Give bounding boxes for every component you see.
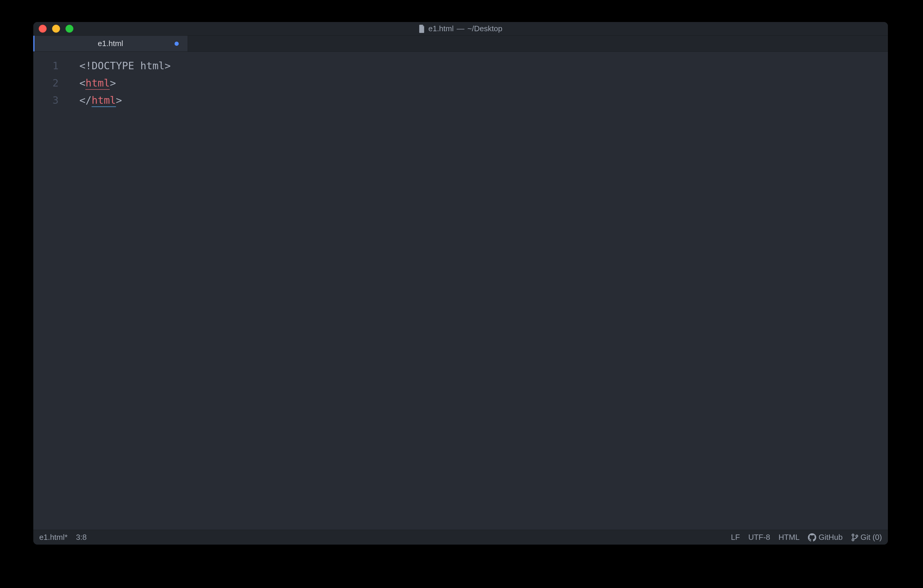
titlebar: e1.html — ~/Desktop: [33, 22, 888, 36]
status-git-label: Git (0): [861, 533, 882, 542]
document-icon: [419, 25, 425, 33]
status-filename[interactable]: e1.html*: [39, 533, 67, 542]
code-token: html: [92, 94, 116, 107]
window-controls: [33, 25, 74, 33]
svg-point-0: [852, 534, 854, 536]
code-line[interactable]: </html>: [79, 92, 888, 109]
code-token: html: [85, 77, 110, 90]
code-token: <: [79, 77, 85, 89]
close-window-button[interactable]: [39, 25, 47, 33]
line-number: 3: [33, 92, 59, 109]
status-encoding[interactable]: UTF-8: [748, 533, 770, 542]
svg-point-2: [856, 535, 858, 537]
svg-point-1: [852, 539, 854, 541]
tab-label: e1.html: [98, 39, 123, 48]
status-github[interactable]: GitHub: [808, 533, 843, 542]
tabbar: e1.html: [33, 36, 888, 52]
tab-e1-html[interactable]: e1.html: [33, 36, 188, 51]
tab-dirty-indicator-icon: [174, 42, 179, 46]
line-number-gutter: 123: [33, 52, 67, 530]
window-title: e1.html — ~/Desktop: [33, 24, 888, 33]
status-cursor-position[interactable]: 3:8: [76, 533, 87, 542]
code-token: <!DOCTYPE html>: [79, 60, 171, 72]
line-number: 2: [33, 74, 59, 92]
git-branch-icon: [851, 534, 859, 541]
status-grammar[interactable]: HTML: [778, 533, 800, 542]
status-github-label: GitHub: [819, 533, 843, 542]
code-line[interactable]: <html>: [79, 74, 888, 92]
tab-active-indicator: [33, 36, 34, 51]
code-token: </: [79, 94, 92, 106]
status-line-endings[interactable]: LF: [731, 533, 740, 542]
code-area[interactable]: <!DOCTYPE html><html></html>: [67, 52, 888, 530]
github-icon: [808, 533, 816, 542]
zoom-window-button[interactable]: [66, 25, 74, 33]
code-token: >: [116, 94, 122, 106]
window-title-separator: —: [457, 24, 465, 33]
code-token: >: [110, 77, 116, 89]
window-title-filename: e1.html: [428, 24, 453, 33]
minimize-window-button[interactable]: [52, 25, 60, 33]
editor-window: e1.html — ~/Desktop e1.html 123 <!DOCTYP…: [33, 22, 888, 545]
current-line-highlight: [67, 92, 888, 109]
statusbar: e1.html* 3:8 LF UTF-8 HTML GitHub Git (0…: [33, 530, 888, 545]
code-editor[interactable]: 123 <!DOCTYPE html><html></html>: [33, 52, 888, 530]
window-title-path: ~/Desktop: [468, 24, 503, 33]
code-line[interactable]: <!DOCTYPE html>: [79, 57, 888, 74]
status-git[interactable]: Git (0): [851, 533, 882, 542]
line-number: 1: [33, 57, 59, 74]
